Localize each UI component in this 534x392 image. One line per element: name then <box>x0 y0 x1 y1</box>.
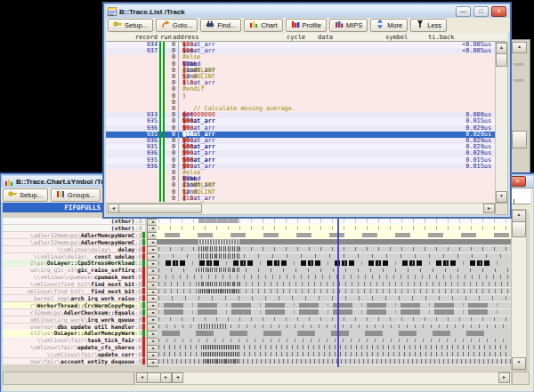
goto-button[interactable]: Goto... <box>156 19 198 32</box>
setup-button[interactable]: Setup... <box>108 19 153 32</box>
chart-close-button[interactable]: × <box>509 176 526 187</box>
chart-vscroll-thumb[interactable] <box>512 221 526 237</box>
chart-symbol-label[interactable]: nux\fair\account_entity_dequeue:0 <box>3 358 142 364</box>
chart-symbol-label[interactable]: \\vmlinux\fair\update_curr:0 <box>3 351 142 357</box>
find-button[interactable]: Find... <box>200 19 241 32</box>
tick-mark <box>333 289 334 292</box>
chart-symbol-label[interactable]: vmlinux\find_bit\__find_next_bit:0 <box>3 288 142 294</box>
minimize-button[interactable]: — <box>456 6 471 17</box>
setup-button[interactable]: Setup... <box>3 188 48 202</box>
dense-tick-mark <box>232 268 233 272</box>
chart-symbol-label[interactable]: (other):2 <box>3 218 142 224</box>
chart-symbol-label[interactable]: r\WorkerThread::CrcWarmCopyPage:3 <box>3 302 142 308</box>
chart-vscroll-up[interactable]: ▲ <box>512 210 526 222</box>
chart-symbol-label[interactable]: \adler32memcpy\AdlerMemcpyWarmC:2 <box>3 239 142 245</box>
chart-symbol-label[interactable]: st2\os\OsLayer::AdlerMemcpyWarm:3 <box>3 330 142 336</box>
trace-list-titlebar[interactable]: B::Trace.List /Track — □ × <box>106 5 508 19</box>
tick-mark <box>489 289 490 292</box>
tick-mark <box>192 261 193 265</box>
tick-mark <box>174 345 175 348</box>
tick-mark <box>490 345 490 348</box>
trace-list-title: B::Trace.List /Track <box>119 8 185 16</box>
tick-mark <box>297 352 298 356</box>
profile-button[interactable]: Profile <box>286 19 327 32</box>
coverage-indicator <box>142 253 145 260</box>
tick-mark <box>174 352 175 356</box>
chart-vscrollbar[interactable]: ▲ ▼ <box>511 209 527 371</box>
chart-symbol-label[interactable]: \\vmlinux\delay\__delay:0 <box>3 246 142 252</box>
list-vscrollbar[interactable]: ▲ ▼ <box>495 42 508 204</box>
tick-mark <box>322 275 323 278</box>
chart-resize-grip[interactable] <box>512 372 530 385</box>
tick-mark <box>420 352 421 356</box>
chart-hscrollbar[interactable]: ◄ ► ◄ ► <box>134 372 512 385</box>
chart-track-row[interactable] <box>157 358 511 365</box>
chart-symbol-label[interactable]: \\vmlinux\delay\__const_udelay:0 <box>3 253 142 260</box>
tick-mark <box>302 282 303 285</box>
tick-mark <box>457 254 458 258</box>
tick-mark <box>243 303 244 307</box>
list-vscroll-down[interactable]: ▼ <box>496 191 507 203</box>
chart-symbol-label[interactable]: \\vmlinux\cpumask\cpumask_next:0 <box>3 274 142 280</box>
chart-symbol-label[interactable]: (other):3 <box>3 225 142 231</box>
chart-hscroll-thumb[interactable] <box>147 372 161 383</box>
column-header-ti-back[interactable]: ti.back <box>428 34 464 41</box>
background-scroll-up-button[interactable]: ▲ <box>512 42 527 53</box>
timeline-cursor[interactable] <box>337 213 339 367</box>
chart-button[interactable]: Chart <box>244 19 282 32</box>
tick-mark <box>479 345 480 348</box>
dense-tick-mark <box>216 289 217 293</box>
tick-mark <box>190 352 191 356</box>
tick-mark <box>463 310 464 314</box>
chart-symbol-label[interactable]: overnor\dbs_update_util_handler:0 <box>3 324 142 330</box>
column-header-symbol[interactable]: symbol <box>385 34 421 41</box>
tick-mark <box>311 339 312 342</box>
chart-symbol-label[interactable]: \adler32memcpy\AdlerMemcpyWarmC:3 <box>3 232 142 238</box>
tick-mark <box>426 289 427 292</box>
tick-mark <box>495 268 496 272</box>
mips-button[interactable]: MIPS <box>329 19 368 32</box>
tick-mark <box>297 247 298 251</box>
dense-tick-mark <box>198 246 199 251</box>
list-hscroll-right[interactable]: ► <box>483 204 495 213</box>
chart-symbol-label[interactable]: kernel_smp\arch_irq_work_raise:0 <box>3 295 142 301</box>
chart-hscroll-right[interactable]: ► <box>160 372 172 383</box>
groups-button[interactable]: Groups... <box>51 188 101 202</box>
background-scroll-mark <box>514 79 524 82</box>
tick-mark <box>359 296 360 300</box>
chart-symbol-label[interactable]: \vmlinux\find_bit\find_next_bit:0 <box>3 281 142 287</box>
restore-button[interactable]: □ <box>473 6 489 17</box>
tick-mark <box>274 359 275 363</box>
more-button[interactable]: More <box>370 19 408 32</box>
chart-hscroll-right-end[interactable]: ► <box>498 372 510 383</box>
chart-symbol-label[interactable]: ux\irq_gic_v3\gic_raise_softirq:0 <box>3 267 142 273</box>
dense-tick-mark <box>238 289 239 293</box>
less-button[interactable]: Less <box>410 19 447 32</box>
column-header-cycle[interactable]: cycle <box>287 34 313 41</box>
chart-symbol-label[interactable]: \vmlinux\fair\update_cfs_shares:0 <box>3 344 142 350</box>
column-header-data[interactable]: data <box>318 34 344 41</box>
dense-tick-mark <box>214 289 215 293</box>
background-scroll-thumb[interactable] <box>512 131 527 148</box>
chart-symbol-label[interactable]: \\vmlinux\fair\task_tick_fair:0 <box>3 337 142 343</box>
column-header-address[interactable]: address <box>173 34 226 41</box>
tick-mark <box>183 268 184 272</box>
list-resize-grip[interactable] <box>495 203 508 215</box>
tick-mark <box>181 359 182 363</box>
chart-symbol-label[interactable]: r32memcpy\AdlerChecksum::Equals:3 <box>3 309 142 316</box>
tick-mark <box>183 282 184 285</box>
list-hscroll-thumb[interactable] <box>118 204 202 213</box>
close-button[interactable]: × <box>491 6 506 17</box>
chart-symbol-label[interactable]: 2\os\OsLayer::CpuStressWorkload:1 <box>3 260 142 266</box>
tick-mark <box>258 254 259 258</box>
chart-vscroll-down[interactable]: ▼ <box>512 357 526 370</box>
tick-mark <box>472 275 473 278</box>
chart-symbol-label[interactable]: vmlinux\irq_work\irq_work_queue:0 <box>3 316 142 323</box>
dense-tick-mark <box>206 352 207 356</box>
tick-mark <box>395 289 396 292</box>
list-vscroll-thumb[interactable] <box>496 53 507 67</box>
column-header-record[interactable]: record <box>106 34 158 41</box>
list-hscrollbar[interactable]: ◄ ► <box>106 203 497 215</box>
tick-mark <box>327 339 328 342</box>
chart-hscroll-left2[interactable]: ◄ <box>172 372 183 383</box>
